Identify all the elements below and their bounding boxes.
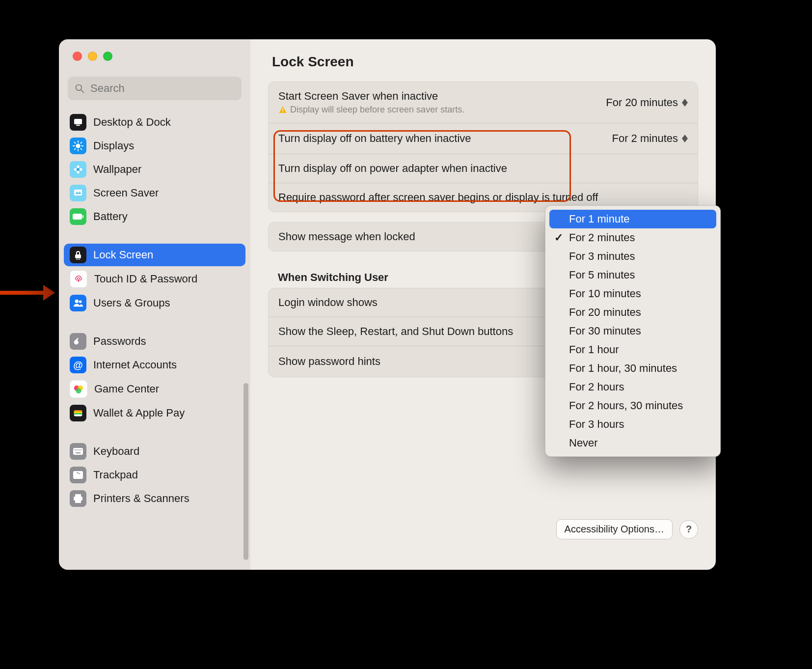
sidebar-item-label: Wallpaper xyxy=(93,163,141,176)
sidebar-scrollbar[interactable] xyxy=(244,383,248,560)
svg-line-10 xyxy=(81,149,82,150)
sidebar-item-lock-screen[interactable]: Lock Screen xyxy=(64,244,245,266)
sidebar-item-screen-saver[interactable]: Screen Saver xyxy=(64,182,245,204)
svg-point-25 xyxy=(75,300,79,303)
gamecenter-icon xyxy=(70,380,87,398)
svg-line-9 xyxy=(75,142,76,143)
svg-rect-46 xyxy=(282,109,283,111)
updown-icon xyxy=(682,99,688,107)
sidebar-item-touch-id[interactable]: Touch ID & Password xyxy=(64,267,245,291)
row-label: Start Screen Saver when inactive xyxy=(278,90,592,103)
sidebar-item-desktop-dock[interactable]: Desktop & Dock xyxy=(64,111,245,134)
sidebar-item-battery[interactable]: Battery xyxy=(64,205,245,228)
row-label: Turn display off on power adapter when i… xyxy=(278,162,688,175)
svg-line-12 xyxy=(81,142,82,143)
sidebar-item-passwords[interactable]: Passwords xyxy=(64,330,245,353)
settings-pane: Lock Screen Start Screen Saver when inac… xyxy=(250,39,716,570)
svg-point-16 xyxy=(80,168,82,171)
svg-rect-37 xyxy=(75,449,76,450)
menu-item[interactable]: For 20 minutes xyxy=(549,303,716,322)
duration-dropdown-menu[interactable]: For 1 minute ✓For 2 minutes For 3 minute… xyxy=(545,205,721,457)
wallet-icon xyxy=(70,405,86,421)
svg-rect-33 xyxy=(74,411,82,412)
keyboard-icon xyxy=(70,443,86,460)
row-display-off-battery: Turn display off on battery when inactiv… xyxy=(269,123,698,154)
flower-icon xyxy=(70,161,86,178)
menu-item[interactable]: For 10 minutes xyxy=(549,284,716,303)
svg-rect-35 xyxy=(74,413,82,415)
fingerprint-icon xyxy=(70,270,87,288)
key-icon xyxy=(70,333,86,350)
svg-rect-2 xyxy=(74,119,82,124)
lock-screen-settings-card: Start Screen Saver when inactive Display… xyxy=(268,82,698,212)
svg-point-4 xyxy=(76,143,80,148)
menu-item[interactable]: ✓For 2 minutes xyxy=(549,228,716,247)
menu-item[interactable]: Never xyxy=(549,434,716,452)
close-window-button[interactable] xyxy=(73,52,82,61)
sidebar-item-users-groups[interactable]: Users & Groups xyxy=(64,292,245,314)
accessibility-options-button[interactable]: Accessibility Options… xyxy=(556,519,673,539)
svg-point-17 xyxy=(77,168,80,171)
sidebar-item-label: Displays xyxy=(93,139,134,152)
menu-item[interactable]: For 1 hour xyxy=(549,340,716,359)
sidebar-item-label: Battery xyxy=(93,210,128,223)
row-start-screensaver: Start Screen Saver when inactive Display… xyxy=(269,82,698,123)
svg-point-24 xyxy=(79,259,80,260)
sidebar-item-wallet[interactable]: Wallet & Apple Pay xyxy=(64,402,245,424)
sidebar-item-internet-accounts[interactable]: @ Internet Accounts xyxy=(64,354,245,376)
row-display-off-power: Turn display off on power adapter when i… xyxy=(269,154,698,183)
sidebar-nav: Desktop & Dock Displays Wallpaper xyxy=(64,111,245,510)
sidebar-item-label: Keyboard xyxy=(93,445,139,458)
battery-icon xyxy=(70,208,86,225)
sidebar-item-label: Users & Groups xyxy=(93,297,170,309)
menu-item[interactable]: For 3 hours xyxy=(549,415,716,434)
svg-rect-42 xyxy=(73,471,83,479)
sidebar-item-label: Screen Saver xyxy=(93,187,159,199)
sidebar-item-label: Touch ID & Password xyxy=(94,273,197,285)
svg-rect-3 xyxy=(76,125,80,126)
minimize-window-button[interactable] xyxy=(88,52,97,61)
users-icon xyxy=(70,295,86,311)
search-icon xyxy=(75,84,84,93)
row-label: Turn display off on battery when inactiv… xyxy=(278,132,598,145)
system-settings-window: Desktop & Dock Displays Wallpaper xyxy=(59,39,716,570)
sidebar: Desktop & Dock Displays Wallpaper xyxy=(59,39,250,570)
help-button[interactable]: ? xyxy=(679,520,698,539)
sidebar-item-label: Trackpad xyxy=(93,469,138,481)
menu-item[interactable]: For 1 hour, 30 minutes xyxy=(549,359,716,378)
desktop-icon xyxy=(70,114,86,131)
printer-icon xyxy=(70,490,86,507)
sidebar-item-label: Desktop & Dock xyxy=(93,116,171,129)
menu-item[interactable]: For 30 minutes xyxy=(549,322,716,340)
svg-point-23 xyxy=(78,259,79,260)
menu-item[interactable]: For 5 minutes xyxy=(549,266,716,284)
svg-rect-43 xyxy=(75,494,81,497)
svg-point-13 xyxy=(77,166,80,168)
lock-icon xyxy=(70,247,86,263)
svg-rect-40 xyxy=(81,449,81,450)
svg-rect-38 xyxy=(77,449,78,450)
at-icon: @ xyxy=(70,357,86,373)
svg-point-31 xyxy=(76,388,81,393)
menu-item[interactable]: For 3 minutes xyxy=(549,247,716,266)
sidebar-item-trackpad[interactable]: Trackpad xyxy=(64,464,245,486)
screensaver-duration-popup[interactable]: For 20 minutes xyxy=(602,95,688,110)
search-input[interactable] xyxy=(89,82,235,95)
svg-point-26 xyxy=(79,301,82,304)
sidebar-item-printers[interactable]: Printers & Scanners xyxy=(64,487,245,510)
zoom-window-button[interactable] xyxy=(103,52,112,61)
menu-item[interactable]: For 2 hours xyxy=(549,378,716,396)
sidebar-item-game-center[interactable]: Game Center xyxy=(64,377,245,401)
battery-duration-popup[interactable]: For 2 minutes xyxy=(608,131,688,146)
search-field[interactable] xyxy=(68,77,242,100)
sidebar-item-displays[interactable]: Displays xyxy=(64,135,245,157)
menu-item[interactable]: For 2 hours, 30 minutes xyxy=(549,396,716,415)
sidebar-item-label: Printers & Scanners xyxy=(93,492,189,505)
sidebar-item-keyboard[interactable]: Keyboard xyxy=(64,440,245,463)
sidebar-item-label: Passwords xyxy=(93,335,146,348)
sidebar-item-wallpaper[interactable]: Wallpaper xyxy=(64,158,245,181)
menu-item[interactable]: For 1 minute xyxy=(549,210,716,228)
svg-rect-34 xyxy=(74,412,82,413)
window-controls xyxy=(59,39,250,61)
sidebar-item-label: Lock Screen xyxy=(93,249,153,261)
